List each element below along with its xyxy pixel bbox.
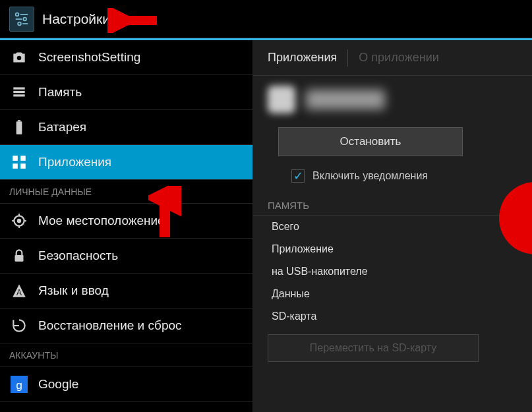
svg-point-2	[23, 17, 26, 20]
tabs: Приложения О приложении	[253, 40, 532, 76]
stop-button[interactable]: Остановить	[278, 127, 463, 156]
svg-text:g: g	[16, 378, 22, 392]
storage-icon	[11, 84, 28, 101]
svg-point-0	[16, 13, 19, 16]
move-to-sd-button[interactable]: Переместить на SD-карту	[268, 334, 479, 362]
sidebar-item-label: Восстановление и сброс	[38, 318, 182, 333]
google-icon: g	[11, 376, 28, 393]
sidebar-item-label: Google	[38, 377, 78, 392]
sidebar-item-storage[interactable]: Память	[0, 75, 252, 110]
app-name-blurred	[306, 90, 385, 109]
notifications-row[interactable]: ✓ Включить уведомления	[253, 163, 532, 194]
sidebar-item-language[interactable]: A Язык и ввод	[0, 274, 252, 309]
settings-icon	[9, 7, 34, 32]
sidebar-item-label: Язык и ввод	[38, 283, 109, 298]
sidebar-item-battery[interactable]: Батарея	[0, 110, 252, 145]
sidebar-item-label: Безопасность	[38, 249, 118, 263]
row-sd: SD-карта	[253, 305, 532, 328]
svg-rect-14	[13, 163, 18, 169]
svg-rect-15	[20, 163, 26, 169]
svg-rect-8	[13, 91, 24, 93]
svg-rect-9	[13, 94, 24, 96]
content-panel: Приложения О приложении Остановить ✓ Вкл…	[253, 40, 532, 412]
section-accounts: АККАУНТЫ	[0, 343, 252, 367]
sidebar-item-google[interactable]: g Google	[0, 367, 252, 402]
checkbox-label: Включить уведомления	[312, 170, 428, 182]
sidebar-item-label: ScreenshotSetting	[38, 50, 140, 65]
sidebar-item-label: Мое местоположение	[38, 214, 165, 228]
row-total: Всего	[253, 216, 532, 238]
sidebar-item-label: Приложения	[38, 155, 111, 169]
battery-icon	[11, 119, 28, 136]
tab-about[interactable]: О приложении	[359, 51, 449, 65]
row-usb: на USB-накопителе	[253, 260, 532, 283]
sidebar-item-reset[interactable]: Восстановление и сброс	[0, 309, 252, 343]
sidebar-item-apps[interactable]: Приложения	[0, 145, 252, 180]
svg-text:A: A	[16, 288, 22, 297]
header: Настройки	[0, 0, 532, 38]
svg-rect-7	[13, 87, 24, 89]
svg-rect-13	[20, 156, 26, 161]
tab-apps[interactable]: Приложения	[268, 51, 347, 65]
sidebar: ScreenshotSetting Память Батарея Приложе…	[0, 40, 253, 412]
svg-rect-11	[18, 120, 20, 121]
row-data: Данные	[253, 283, 532, 305]
row-app: Приложение	[253, 238, 532, 260]
svg-rect-12	[13, 156, 18, 161]
memory-header: ПАМЯТЬ	[253, 194, 532, 216]
svg-point-6	[17, 56, 22, 61]
location-icon	[11, 212, 28, 229]
svg-rect-10	[16, 121, 22, 134]
svg-rect-22	[15, 255, 24, 262]
camera-icon	[11, 49, 28, 66]
apps-icon	[11, 154, 28, 171]
checkbox-icon[interactable]: ✓	[291, 169, 305, 183]
sidebar-item-location[interactable]: Мое местоположение	[0, 204, 252, 239]
sidebar-item-label: Батарея	[38, 120, 86, 134]
section-personal: ЛИЧНЫЕ ДАННЫЕ	[0, 180, 252, 204]
svg-point-17	[18, 220, 20, 222]
sidebar-item-label: Память	[38, 85, 82, 100]
language-icon: A	[11, 282, 28, 299]
tab-divider	[347, 49, 348, 67]
sidebar-item-screenshot[interactable]: ScreenshotSetting	[0, 40, 252, 75]
page-title: Настройки	[42, 11, 110, 27]
app-icon-blurred	[268, 86, 295, 113]
lock-icon	[11, 247, 28, 264]
reset-icon	[11, 317, 28, 334]
svg-point-4	[18, 22, 21, 25]
sidebar-item-security[interactable]: Безопасность	[0, 239, 252, 274]
app-info-row	[253, 76, 532, 123]
